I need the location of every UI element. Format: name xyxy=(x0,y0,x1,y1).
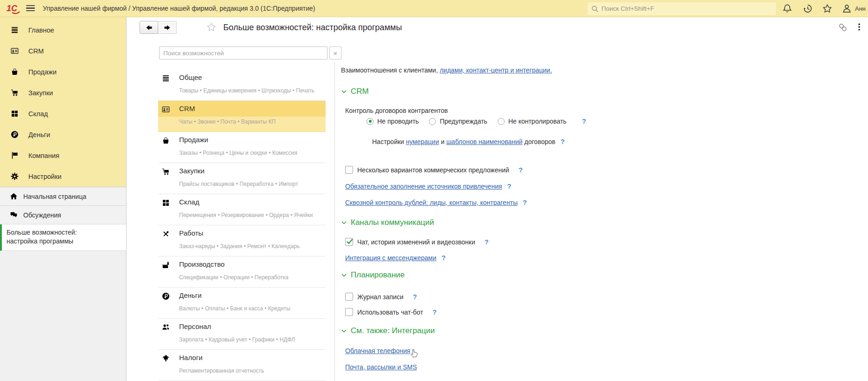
naming-templates-link[interactable]: шаблонов наименований xyxy=(446,138,522,145)
crm-card-icon xyxy=(11,47,19,55)
sidebar-item-purchases[interactable]: Закупки xyxy=(0,82,126,103)
required-sources-row: Обязательное заполнение источников привл… xyxy=(345,183,511,190)
sidebar-item-label: Деньги xyxy=(28,131,50,138)
section-header-planning[interactable]: Планирование xyxy=(341,270,405,280)
sidebar-item-company[interactable]: Компания xyxy=(0,145,126,166)
sidebar-item-label: Главное xyxy=(28,26,54,34)
chat-history-checkbox[interactable]: Чат, история изменений и видеозвонки ? xyxy=(345,238,488,246)
forward-button[interactable] xyxy=(158,21,177,34)
factory-icon xyxy=(162,261,170,269)
radio-icon[interactable] xyxy=(429,118,436,125)
help-icon[interactable]: ? xyxy=(433,309,437,316)
numbering-text: Настройки xyxy=(372,138,406,145)
sidebar-item-warehouse[interactable]: Склад xyxy=(0,103,126,124)
feature-group-sales[interactable]: ПродажиЗаказы • Розница • Цены и скидки … xyxy=(158,132,326,163)
feature-group-subtitle: Перемещения • Резервирование • Ордера • … xyxy=(179,212,313,218)
numbering-text: договоров xyxy=(522,138,555,145)
clear-search-button[interactable]: × xyxy=(329,46,341,59)
checkbox-checked-icon[interactable] xyxy=(345,238,353,246)
sidebar-item-settings[interactable]: Настройки xyxy=(0,166,126,187)
menu-icon xyxy=(11,26,19,34)
help-icon[interactable]: ? xyxy=(441,254,446,262)
help-icon[interactable]: ? xyxy=(507,183,511,190)
history-icon[interactable] xyxy=(803,4,813,13)
feature-group-title: CRM xyxy=(179,105,195,112)
radio-no-posting[interactable]: Не проводить xyxy=(367,118,419,125)
sidebar-sections: Главное CRM Продажи Закупки Склад Деньги… xyxy=(0,17,126,187)
help-icon[interactable]: ? xyxy=(561,138,565,145)
intro-link[interactable]: лидами, контакт-центр и интеграции. xyxy=(440,66,552,74)
more-menu-icon[interactable] xyxy=(855,23,863,31)
checkbox-unchecked-icon[interactable] xyxy=(345,293,353,301)
checkbox-label: Несколько вариантов коммерческих предлож… xyxy=(357,166,509,174)
feature-group-money[interactable]: ДеньгиВалюты • Оплаты • Банк и касса • К… xyxy=(158,288,326,319)
mail-sms-link[interactable]: Почта, рассылки и SMS xyxy=(345,363,417,371)
chatbot-checkbox[interactable]: Использовать чат-бот ? xyxy=(345,308,437,316)
sidebar-item-main[interactable]: Главное xyxy=(0,20,126,40)
feature-group-production[interactable]: ПроизводствоСпецификации • Операции • Пе… xyxy=(158,256,326,288)
help-icon[interactable]: ? xyxy=(413,293,417,301)
ruble-icon xyxy=(162,292,170,300)
help-icon[interactable]: ? xyxy=(582,118,586,125)
chevron-down-icon xyxy=(341,220,347,226)
features-search-input[interactable] xyxy=(159,46,327,59)
feature-group-taxes[interactable]: НалогиРегламентированная отчетность xyxy=(158,350,326,381)
messengers-integration-link[interactable]: Интеграция с мессенджерами xyxy=(345,254,436,262)
sidebar-system-rows: Начальная страница Обсуждения Больше воз… xyxy=(0,187,126,251)
radio-selected-icon[interactable] xyxy=(367,118,374,125)
feature-group-title: Производство xyxy=(179,260,225,268)
required-sources-link[interactable]: Обязательное заполнение источников привл… xyxy=(345,183,502,190)
radio-no-control[interactable]: Не контролировать xyxy=(498,118,567,125)
section-header-see-also[interactable]: См. также: Интеграции xyxy=(341,326,435,335)
cloud-telephony-link[interactable]: Облачная телефония xyxy=(345,347,410,355)
feature-group-general[interactable]: ОбщееТовары • Единицы измерения • Штрихк… xyxy=(158,70,326,101)
help-icon[interactable]: ? xyxy=(519,166,523,174)
global-search-input[interactable] xyxy=(601,5,772,12)
section-header-crm[interactable]: CRM xyxy=(341,87,369,96)
contract-control-label: Контроль договоров контрагентов xyxy=(345,107,448,114)
user-name[interactable]: Анн xyxy=(855,5,866,12)
numbering-link[interactable]: нумерации xyxy=(406,138,439,145)
sidebar-item-sales[interactable]: Продажи xyxy=(0,61,126,82)
feature-group-crm[interactable]: CRMЧаты • Звонки • Почта • Варианты КП xyxy=(158,101,326,132)
feature-group-warehouse[interactable]: СкладПеремещения • Резервирование • Орде… xyxy=(158,194,326,225)
sidebar-item-label: Продажи xyxy=(28,68,57,76)
checkbox-label: Журнал записи xyxy=(357,293,403,301)
checkbox-unchecked-icon[interactable] xyxy=(345,166,353,174)
help-icon[interactable]: ? xyxy=(523,199,527,206)
chevron-down-icon xyxy=(341,272,347,278)
feature-group-works[interactable]: РаботыЗаказ-наряды • Задания • Ремонт • … xyxy=(158,225,326,256)
global-search[interactable] xyxy=(588,2,776,15)
sidebar-item-crm[interactable]: CRM xyxy=(0,40,126,61)
radio-warn[interactable]: Предупреждать xyxy=(429,118,487,125)
multi-offers-checkbox[interactable]: Несколько вариантов коммерческих предлож… xyxy=(345,166,523,174)
radio-icon[interactable] xyxy=(498,118,505,125)
help-icon[interactable]: ? xyxy=(485,238,489,246)
favorites-star-icon[interactable] xyxy=(822,4,832,13)
open-tab-more-features[interactable]: Больше возможностей: настройка программы xyxy=(0,224,126,251)
1c-logo[interactable]: 1С xyxy=(6,3,22,17)
journal-checkbox[interactable]: Журнал записи ? xyxy=(345,293,417,301)
back-button[interactable] xyxy=(140,21,158,34)
checkbox-unchecked-icon[interactable] xyxy=(345,308,353,316)
feature-group-personnel[interactable]: ПерсоналЗарплата • Кадровый учет • Графи… xyxy=(158,319,326,350)
sidebar-item-label: Начальная страница xyxy=(23,193,86,200)
sidebar-item-home[interactable]: Начальная страница xyxy=(0,187,126,206)
section-header-channels[interactable]: Каналы коммуникаций xyxy=(341,218,434,227)
eagle-icon xyxy=(162,355,170,362)
feature-group-title: Работы xyxy=(179,229,203,237)
main-menu-icon[interactable] xyxy=(26,5,35,12)
link-icon[interactable] xyxy=(838,23,848,32)
user-icon[interactable] xyxy=(842,4,852,13)
ruble-icon xyxy=(11,131,19,138)
sidebar-item-discussions[interactable]: Обсуждения xyxy=(0,206,126,224)
menu-icon xyxy=(162,74,170,82)
notifications-bell-icon[interactable] xyxy=(782,4,792,13)
feature-group-purchases[interactable]: ЗакупкиПрайсы поставщиков • Переработка … xyxy=(158,163,326,194)
feature-group-subtitle: Товары • Единицы измерения • Штрихкоды •… xyxy=(179,87,314,94)
sidebar-item-money[interactable]: Деньги xyxy=(0,124,126,145)
duplicates-control-link[interactable]: Сквозной контроль дублей: лиды, контакты… xyxy=(345,199,518,206)
favorite-star-icon[interactable] xyxy=(207,22,216,32)
basket-icon xyxy=(162,137,170,145)
feature-group-title: Общее xyxy=(179,73,202,81)
